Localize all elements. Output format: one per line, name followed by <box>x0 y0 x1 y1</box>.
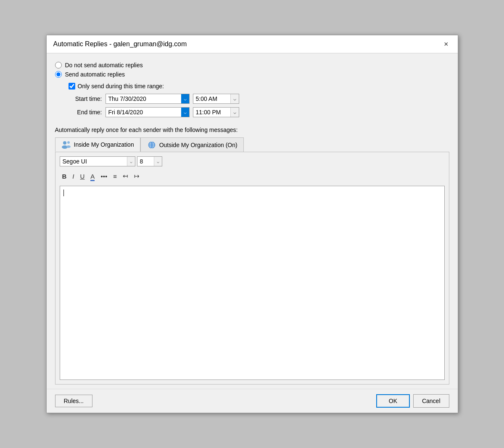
start-date-dropdown-button[interactable]: ⌵ <box>181 94 189 103</box>
dialog-body: Do not send automatic replies Send autom… <box>47 53 458 389</box>
start-time-label: Start time: <box>69 95 102 102</box>
sender-label: Automatically reply once for each sender… <box>55 126 449 133</box>
time-section: Start time: Thu 7/30/2020 ⌵ 5:00 AM ⌵ En… <box>69 94 449 121</box>
italic-button[interactable]: I <box>71 172 76 181</box>
tabs-section: Inside My Organization Outside My Organi… <box>55 137 449 152</box>
bold-button[interactable]: B <box>61 172 69 181</box>
tab-outside-label: Outside My Organization (On) <box>159 142 237 148</box>
do-not-send-row: Do not send automatic replies <box>55 62 449 69</box>
dialog-title: Automatic Replies - galen_gruman@idg.com <box>53 40 187 48</box>
text-cursor <box>63 190 64 196</box>
increase-indent-button[interactable]: ↦ <box>132 171 141 181</box>
end-time-label: End time: <box>69 109 102 116</box>
end-time-select[interactable]: 11:00 PM ⌵ <box>193 107 239 117</box>
send-automatic-label[interactable]: Send automatic replies <box>65 71 125 78</box>
font-family-dropdown-button[interactable]: ⌵ <box>127 157 135 166</box>
end-date-select[interactable]: Fri 8/14/2020 ⌵ <box>106 107 190 117</box>
svg-point-0 <box>63 141 66 145</box>
ok-button[interactable]: OK <box>376 394 410 408</box>
bullet-list-button[interactable]: ••• <box>99 172 109 181</box>
time-range-checkbox[interactable] <box>69 83 75 90</box>
start-time-row: Start time: Thu 7/30/2020 ⌵ 5:00 AM ⌵ <box>69 94 449 104</box>
close-button[interactable]: × <box>441 40 451 49</box>
underline-button[interactable]: U <box>79 172 87 181</box>
start-time-select[interactable]: 5:00 AM ⌵ <box>193 94 239 104</box>
end-time-value: 11:00 PM <box>196 109 229 116</box>
dialog-footer: Rules... OK Cancel <box>47 389 458 413</box>
rules-button[interactable]: Rules... <box>55 395 92 407</box>
format-toolbar: B I U A ••• ≡ ↤ ↦ <box>60 170 445 182</box>
svg-point-3 <box>66 145 71 148</box>
editor-container: Segoe UI ⌵ 8 ⌵ B I U A ••• ≡ ↤ ↦ <box>55 152 449 385</box>
font-size-dropdown-button[interactable]: ⌵ <box>154 157 162 166</box>
automatic-replies-dialog: Automatic Replies - galen_gruman@idg.com… <box>46 35 458 413</box>
end-time-dropdown-button[interactable]: ⌵ <box>230 108 239 117</box>
decrease-indent-button[interactable]: ↤ <box>121 171 130 181</box>
time-range-row: Only send during this time range: <box>69 83 449 90</box>
font-size-value: 8 <box>140 158 154 165</box>
start-date-select[interactable]: Thu 7/30/2020 ⌵ <box>106 94 190 104</box>
tab-inside[interactable]: Inside My Organization <box>55 137 140 152</box>
font-size-select[interactable]: 8 ⌵ <box>137 156 162 166</box>
time-range-label[interactable]: Only send during this time range: <box>78 83 164 90</box>
globe-icon <box>147 141 157 149</box>
end-date-value: Fri 8/14/2020 <box>108 109 179 116</box>
radio-group: Do not send automatic replies Send autom… <box>55 62 449 80</box>
people-icon <box>61 140 71 149</box>
title-bar: Automatic Replies - galen_gruman@idg.com… <box>47 35 458 53</box>
font-color-icon: A <box>90 173 95 181</box>
start-time-value: 5:00 AM <box>196 95 229 102</box>
numbered-list-button[interactable]: ≡ <box>111 172 119 181</box>
do-not-send-label[interactable]: Do not send automatic replies <box>65 62 143 69</box>
start-time-dropdown-button[interactable]: ⌵ <box>230 94 239 103</box>
tab-inside-label: Inside My Organization <box>74 141 134 148</box>
send-automatic-row: Send automatic replies <box>55 71 449 78</box>
send-automatic-radio[interactable] <box>55 71 62 78</box>
do-not-send-radio[interactable] <box>55 62 62 69</box>
cancel-button[interactable]: Cancel <box>413 394 449 408</box>
svg-point-2 <box>67 141 70 144</box>
font-family-select[interactable]: Segoe UI ⌵ <box>60 156 135 166</box>
start-date-value: Thu 7/30/2020 <box>108 95 179 102</box>
font-toolbar: Segoe UI ⌵ 8 ⌵ <box>60 156 445 166</box>
tab-outside[interactable]: Outside My Organization (On) <box>140 137 244 152</box>
font-family-value: Segoe UI <box>63 158 127 165</box>
font-color-button[interactable]: A <box>89 172 96 181</box>
end-date-dropdown-button[interactable]: ⌵ <box>181 108 189 117</box>
message-text-editor[interactable] <box>60 186 445 380</box>
end-time-row: End time: Fri 8/14/2020 ⌵ 11:00 PM ⌵ <box>69 107 449 117</box>
footer-right-buttons: OK Cancel <box>376 394 449 408</box>
